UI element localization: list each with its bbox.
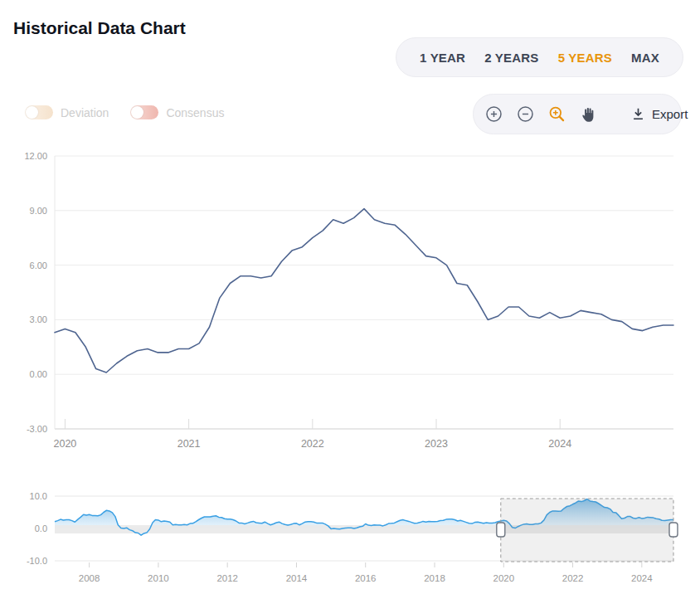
toggle-knob [131, 106, 143, 119]
pan-button[interactable] [580, 105, 597, 123]
charts-canvas: 12.009.006.003.000.00-3.0020202021202220… [0, 0, 700, 594]
navigator-handle-left[interactable] [497, 523, 505, 537]
chart-toolbar: Export [473, 94, 682, 134]
toggle-knob [26, 106, 38, 119]
range-button-max[interactable]: MAX [630, 47, 661, 68]
export-button[interactable]: Export [625, 105, 693, 123]
main-y-tick-label: 6.00 [30, 260, 47, 270]
page-title: Historical Data Chart [13, 18, 186, 38]
nav-x-tick-label: 2014 [286, 573, 308, 583]
navigator-handle-right[interactable] [669, 523, 678, 537]
range-selector: 1 YEAR 2 YEARS 5 YEARS MAX [396, 37, 683, 77]
export-label: Export [652, 107, 688, 121]
legend-item-deviation: Deviation [25, 105, 109, 119]
nav-x-tick-label: 2012 [216, 573, 238, 583]
main-x-tick-label: 2021 [177, 438, 201, 450]
nav-x-tick-label: 2010 [148, 573, 169, 583]
main-y-tick-label: 0.00 [30, 369, 47, 379]
main-series-line [55, 209, 673, 372]
zoom-selection-icon [548, 105, 566, 123]
range-button-1-year[interactable]: 1 YEAR [418, 47, 467, 68]
download-icon [630, 106, 646, 122]
legend-item-consensus: Consensus [130, 105, 224, 119]
nav-x-tick-label: 2016 [355, 573, 377, 583]
main-x-tick-label: 2022 [301, 438, 324, 450]
consensus-toggle[interactable] [130, 105, 158, 119]
consensus-label: Consensus [166, 106, 224, 119]
nav-y-tick-label: -10.0 [27, 556, 47, 566]
zoom-in-icon [485, 105, 503, 123]
deviation-label: Deviation [61, 106, 109, 119]
zoom-in-button[interactable] [485, 105, 503, 123]
range-button-2-years[interactable]: 2 YEARS [483, 47, 540, 68]
main-y-tick-label: 3.00 [30, 314, 47, 324]
zoom-selection-button[interactable] [548, 105, 566, 123]
legend-toggles: Deviation Consensus [25, 105, 224, 119]
zoom-out-button[interactable] [517, 105, 534, 123]
main-x-tick-label: 2024 [548, 438, 571, 450]
main-y-tick-label: -3.00 [27, 424, 47, 434]
main-x-tick-label: 2020 [54, 438, 77, 450]
historical-data-chart-widget: Historical Data Chart 1 YEAR 2 YEARS 5 Y… [0, 0, 700, 594]
navigator-selection-region[interactable] [501, 499, 673, 562]
nav-x-tick-label: 2024 [631, 573, 653, 583]
range-button-5-years[interactable]: 5 YEARS [557, 47, 614, 68]
nav-x-tick-label: 2022 [562, 573, 584, 583]
deviation-toggle[interactable] [25, 105, 53, 119]
nav-y-tick-label: 10.0 [30, 491, 47, 501]
nav-y-tick-label: 0.0 [35, 523, 47, 533]
nav-x-tick-label: 2018 [424, 573, 445, 583]
nav-x-tick-label: 2020 [493, 573, 514, 583]
main-y-tick-label: 9.00 [30, 206, 47, 216]
main-x-tick-label: 2023 [425, 438, 448, 450]
zoom-out-icon [517, 105, 534, 123]
main-y-tick-label: 12.00 [24, 151, 47, 161]
nav-x-tick-label: 2008 [79, 573, 100, 583]
pan-hand-icon [580, 105, 597, 123]
